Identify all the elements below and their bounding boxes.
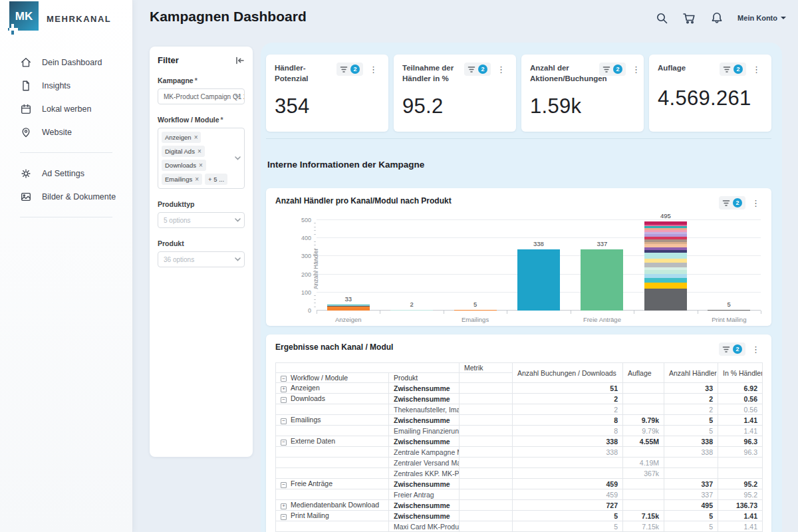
funnel-icon — [722, 346, 730, 353]
header-anzahl-buchungen-downloads[interactable]: Anzahl Buchungen / Downloads — [513, 363, 623, 383]
collapse-panel-icon[interactable] — [235, 56, 245, 65]
chart-filter-button[interactable]: 2 — [719, 196, 745, 209]
kpi-kebab-menu-icon[interactable]: ⋮ — [630, 64, 642, 75]
chip-downloads[interactable]: Downloads× — [162, 160, 206, 171]
chip-remove-icon[interactable]: × — [199, 162, 203, 169]
bar-freie-antr-ge[interactable]: 337 — [581, 249, 623, 311]
search-icon[interactable] — [655, 11, 668, 25]
bar-externe-daten[interactable]: 338 — [517, 249, 560, 311]
chip-label: Emailings — [165, 176, 192, 183]
chip-remove-icon[interactable]: × — [198, 148, 201, 155]
chip-more[interactable]: + 5 ... — [205, 174, 227, 185]
table-filter-button[interactable]: 2 — [719, 342, 745, 356]
value-cell: 95.2 — [718, 479, 763, 489]
filter-label-kampagne: Kampagne* — [158, 76, 245, 84]
kpi-filter-badge: 2 — [350, 65, 360, 74]
expand-toggle[interactable]: − — [281, 440, 287, 446]
sidebar-item-lokal-werben[interactable]: Lokal werben — [0, 97, 132, 120]
chip-anzeigen[interactable]: Anzeigen× — [162, 132, 201, 143]
kpi-kebab-menu-icon[interactable]: ⋮ — [495, 64, 507, 75]
sidebar-item-bilder-dokumente[interactable]: Bilder & Dokumente — [0, 185, 132, 208]
bar-segment — [327, 307, 370, 311]
chip-emailings[interactable]: Emailings× — [162, 174, 202, 185]
header-auflage[interactable]: Auflage — [623, 363, 664, 383]
filter-select-kampagne[interactable]: MK-Product Campaign Q1 2026 — [158, 88, 245, 104]
chip-remove-icon[interactable]: × — [194, 134, 198, 141]
table-kebab-menu-icon[interactable]: ⋮ — [749, 344, 762, 355]
expand-toggle[interactable]: − — [281, 418, 287, 424]
filter-select-produkt[interactable]: 36 options — [158, 251, 245, 267]
kpi-title: Händler-Potenzial — [275, 63, 336, 84]
header-in-h-ndler[interactable]: In % Händler — [718, 363, 763, 383]
brand-name: MEHRKANAL — [47, 14, 111, 24]
header-product-column[interactable]: Produkt — [389, 373, 460, 383]
brand[interactable]: MK MEHRKANAL — [0, 0, 132, 43]
expand-toggle[interactable]: + — [281, 503, 287, 509]
bar-slot-emailings: 5 — [444, 310, 507, 311]
value-cell — [623, 404, 664, 415]
file-icon — [20, 80, 32, 92]
sidebar-item-dein-dashboard[interactable]: Dein Dashboard — [0, 51, 132, 74]
value-cell — [513, 468, 623, 479]
product-cell: Freier Antrag — [389, 489, 460, 500]
value-cell — [664, 468, 718, 479]
filter-select-produkttyp[interactable]: 5 options — [158, 212, 245, 228]
metrik-spacer-cell — [460, 383, 513, 394]
kpi-kebab-menu-icon[interactable]: ⋮ — [750, 64, 763, 75]
value-cell: 9.79k — [623, 426, 664, 436]
filter-label-produkt: Produkt — [158, 239, 245, 247]
kpi-filter-button[interactable]: 2 — [720, 63, 746, 76]
sidebar-item-insights[interactable]: Insights — [0, 74, 132, 97]
kpi-filter-button[interactable]: 2 — [599, 63, 626, 76]
group-cell: +Mediendatenbank Download — [276, 500, 389, 511]
filter-multiselect-workflow-module[interactable]: Anzeigen×Digital Ads×Downloads×Emailings… — [158, 128, 245, 189]
sidebar-item-ad-settings[interactable]: Ad Settings — [0, 162, 132, 185]
bar-anzeigen[interactable]: 33 — [327, 305, 370, 311]
metrik-spacer-cell — [460, 489, 513, 500]
expand-toggle[interactable]: − — [281, 514, 287, 520]
app: MK MEHRKANAL Dein DashboardInsightsLokal… — [0, 0, 798, 532]
table-row: −Freie AnträgeZwischensumme45933795.2 — [276, 479, 763, 489]
kpi-filter-button[interactable]: 2 — [336, 63, 363, 76]
metrik-spacer-cell — [460, 404, 513, 415]
chip-label: Anzeigen — [165, 134, 192, 141]
bar-print-mailing[interactable]: 5 — [708, 310, 750, 311]
x-tick — [698, 311, 698, 314]
expand-toggle[interactable]: − — [281, 397, 287, 403]
bar-emailings[interactable]: 5 — [454, 310, 497, 311]
sidebar-divider — [20, 152, 112, 153]
header-empty — [460, 373, 513, 383]
bell-icon[interactable] — [710, 11, 724, 25]
kpi-value: 95.2 — [402, 94, 507, 118]
expand-toggle[interactable]: − — [281, 482, 287, 488]
header-anzahl-h-ndler[interactable]: Anzahl Händler — [664, 363, 718, 383]
chip-remove-icon[interactable]: × — [195, 176, 199, 183]
kpi-filter-button[interactable]: 2 — [464, 63, 491, 76]
value-cell: 338 — [664, 447, 718, 458]
collapse-all-toggle[interactable]: − — [281, 376, 287, 382]
sidebar-item-label: Insights — [42, 81, 70, 90]
bar-downloads[interactable]: 2 — [390, 310, 433, 311]
metrik-spacer-cell — [460, 479, 513, 489]
bar-mediendatenbank-download[interactable]: 495 — [644, 221, 687, 311]
chart-kebab-menu-icon[interactable]: ⋮ — [749, 198, 762, 209]
chip-digital-ads[interactable]: Digital Ads× — [162, 146, 205, 157]
chip-label: Downloads — [165, 162, 196, 169]
value-cell: 1.41 — [718, 521, 763, 532]
expand-toggle[interactable]: + — [281, 386, 287, 392]
cart-icon[interactable] — [682, 11, 696, 25]
funnel-icon — [602, 66, 610, 73]
group-cell — [276, 489, 389, 500]
value-cell: 4.19M — [623, 458, 664, 468]
metrik-spacer-cell — [460, 468, 513, 479]
header-group-column[interactable]: −Workflow / Module — [276, 373, 389, 383]
sidebar-item-website[interactable]: Website — [0, 120, 132, 144]
account-menu[interactable]: Mein Konto — [737, 14, 786, 22]
account-label: Mein Konto — [737, 14, 777, 22]
chevron-down-icon — [235, 218, 241, 222]
value-cell: 5 — [664, 521, 718, 532]
product-cell: Zwischensumme — [389, 415, 460, 426]
value-cell: 727 — [513, 500, 623, 511]
x-tick — [444, 311, 444, 314]
kpi-kebab-menu-icon[interactable]: ⋮ — [367, 64, 380, 75]
